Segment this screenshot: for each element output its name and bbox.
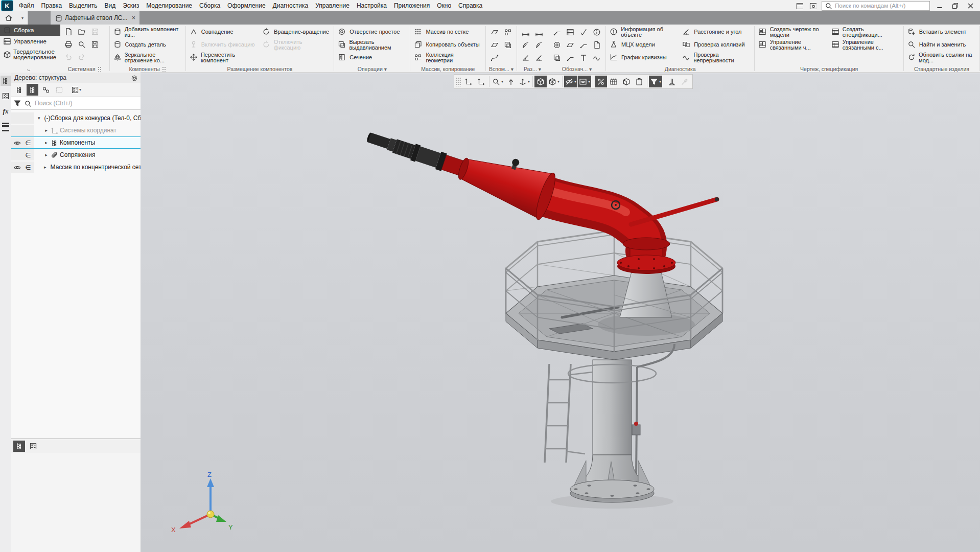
- panel-menu-icon[interactable]: [1, 122, 11, 132]
- insert-element-button[interactable]: Вставить элемент: [906, 26, 977, 38]
- tree-filter-list-button[interactable]: ▾: [66, 84, 86, 96]
- restore-button[interactable]: [949, 1, 961, 10]
- mode-assembly[interactable]: Сборка: [0, 25, 60, 36]
- menu-item-help[interactable]: Справка: [455, 0, 486, 11]
- grid-array-button[interactable]: Массив по сетке: [412, 26, 483, 38]
- add-component-button[interactable]: Добавить компонент из...: [112, 26, 183, 38]
- weld-mark-button[interactable]: [577, 38, 590, 51]
- continuity-check-button[interactable]: Проверка непрерывности: [681, 51, 752, 64]
- expander-closed-icon[interactable]: ▸: [44, 140, 49, 145]
- home-button[interactable]: [0, 11, 17, 25]
- snap-settings-button[interactable]: [595, 76, 607, 87]
- collision-check-button[interactable]: Проверка коллизий: [681, 38, 752, 51]
- document-tab-active[interactable]: Лафетный ствол ЛС... ×: [51, 11, 139, 25]
- aux-spline-button[interactable]: [488, 51, 501, 64]
- linear-dimension-button[interactable]: [519, 26, 532, 38]
- menu-item-layout[interactable]: Оформление: [224, 0, 269, 11]
- placement-csys-button[interactable]: [475, 76, 487, 87]
- menu-item-select[interactable]: Выделить: [65, 0, 101, 11]
- membership-icon[interactable]: ∈: [22, 151, 34, 159]
- enable-fixation-button[interactable]: Включить фиксацию: [188, 38, 260, 51]
- command-search-input[interactable]: [834, 2, 927, 9]
- stamp-button[interactable]: [550, 51, 564, 64]
- tree-panel-icon[interactable]: [1, 76, 11, 86]
- home-dropdown[interactable]: ▾: [17, 11, 28, 25]
- window-layout-icon[interactable]: [795, 2, 804, 10]
- menu-item-management[interactable]: Управление: [312, 0, 353, 11]
- text-button[interactable]: [577, 51, 590, 64]
- hide-objects-button[interactable]: ▾: [564, 76, 577, 87]
- simple-hole-button[interactable]: Отверстие простое: [336, 26, 408, 38]
- menu-item-sketch[interactable]: Эскиз: [119, 0, 143, 11]
- expander-closed-icon[interactable]: ▸: [44, 165, 46, 170]
- expander-open-icon[interactable]: ▾: [38, 116, 40, 121]
- tree-search-input[interactable]: [34, 99, 138, 107]
- kompas-logo[interactable]: K: [1, 0, 13, 11]
- minimize-button[interactable]: [934, 1, 945, 10]
- eye-icon[interactable]: [11, 164, 22, 171]
- model-appearance-button[interactable]: [620, 76, 633, 87]
- gear-icon[interactable]: [130, 74, 137, 81]
- redo-button[interactable]: [76, 51, 89, 64]
- tree-selection-button[interactable]: [53, 84, 65, 96]
- close-button[interactable]: [965, 1, 976, 10]
- parameters-panel-icon[interactable]: [1, 91, 11, 101]
- tree-tab-button[interactable]: [13, 441, 25, 452]
- rotation-rotation-button[interactable]: Вращение-вращение: [261, 26, 332, 38]
- coincide-mate-button[interactable]: Совпадение: [188, 26, 260, 38]
- wave-line-button[interactable]: [590, 51, 603, 64]
- geometry-collection-button[interactable]: Коллекция геометрии: [412, 51, 483, 64]
- filter-button[interactable]: ▾: [649, 76, 662, 87]
- menu-item-settings[interactable]: Настройка: [353, 0, 390, 11]
- parameters-tab-button[interactable]: [27, 441, 39, 452]
- model-3d[interactable]: Z X Y: [141, 73, 980, 552]
- mode-management[interactable]: Управление: [0, 36, 60, 47]
- angle-dimension-button[interactable]: [519, 51, 532, 64]
- menu-item-assembly[interactable]: Сборка: [196, 0, 224, 11]
- normal-to-button[interactable]: [505, 76, 517, 87]
- orientation-button[interactable]: ▾: [518, 76, 531, 87]
- section-button[interactable]: Сечение: [336, 51, 408, 64]
- cut-extrude-button[interactable]: Вырезать выдавливанием: [336, 38, 408, 51]
- roughness-button[interactable]: [577, 26, 590, 38]
- menu-item-edit[interactable]: Правка: [38, 0, 66, 11]
- aux-plane2-button[interactable]: [488, 38, 501, 51]
- tree-item-mates[interactable]: ∈ ▸ Сопряжения: [11, 149, 141, 161]
- note-line-button[interactable]: [590, 26, 603, 38]
- show-objects-button[interactable]: ▾: [578, 76, 591, 87]
- chain-dimension-button[interactable]: [532, 51, 546, 64]
- menu-item-window[interactable]: Окно: [433, 0, 455, 11]
- tab-close-icon[interactable]: ×: [132, 14, 135, 21]
- aux-plane-button[interactable]: [488, 26, 501, 38]
- undo-button[interactable]: [62, 51, 76, 64]
- expander-closed-icon[interactable]: ▸: [44, 152, 49, 157]
- tree-item-coordinate-systems[interactable]: ▸ Системы координат: [11, 124, 141, 136]
- move-component-button[interactable]: Переместить компонент: [188, 51, 260, 64]
- update-references-button[interactable]: Обновить ссылки на мод...: [906, 51, 977, 64]
- manage-linked-drawings-button[interactable]: Управление связанными ч...: [757, 38, 828, 51]
- leader-button[interactable]: [550, 26, 564, 38]
- diameter-dimension-button[interactable]: [532, 38, 546, 51]
- tree-relations-button[interactable]: [40, 84, 52, 96]
- note-page-button[interactable]: [590, 38, 603, 51]
- eyedropper-button[interactable]: [679, 76, 691, 87]
- auto-dimension-button[interactable]: [532, 26, 546, 38]
- measure-tool-button[interactable]: [666, 76, 678, 87]
- eye-icon[interactable]: [11, 139, 22, 146]
- print-button[interactable]: [62, 38, 76, 51]
- tree-item-components[interactable]: ∈ ▸ Компоненты: [11, 136, 141, 149]
- disable-fixation-button[interactable]: Отключить фиксацию: [261, 38, 332, 51]
- tree-item-concentric-array[interactable]: ∈ ▸ Массив по концентрической сетке:1: [11, 161, 141, 173]
- mass-properties-button[interactable]: МЦХ модели: [608, 38, 680, 51]
- create-drawing-button[interactable]: Создать чертеж по модели: [757, 26, 828, 38]
- menu-item-view[interactable]: Вид: [101, 0, 119, 11]
- mode-solid-modeling[interactable]: Твердотельное моделирование: [0, 47, 60, 62]
- toolbar-grip-icon[interactable]: [456, 77, 461, 86]
- expander-closed-icon[interactable]: ▸: [44, 128, 49, 133]
- tree-structure-view-button[interactable]: [27, 84, 38, 96]
- find-replace-button[interactable]: Найти и заменить: [906, 38, 977, 51]
- zoom-area-button[interactable]: ▾: [491, 76, 504, 87]
- tree-numbered-view-button[interactable]: [13, 84, 25, 96]
- print-preview-button[interactable]: [76, 38, 89, 51]
- membership-icon[interactable]: ∈: [22, 139, 34, 147]
